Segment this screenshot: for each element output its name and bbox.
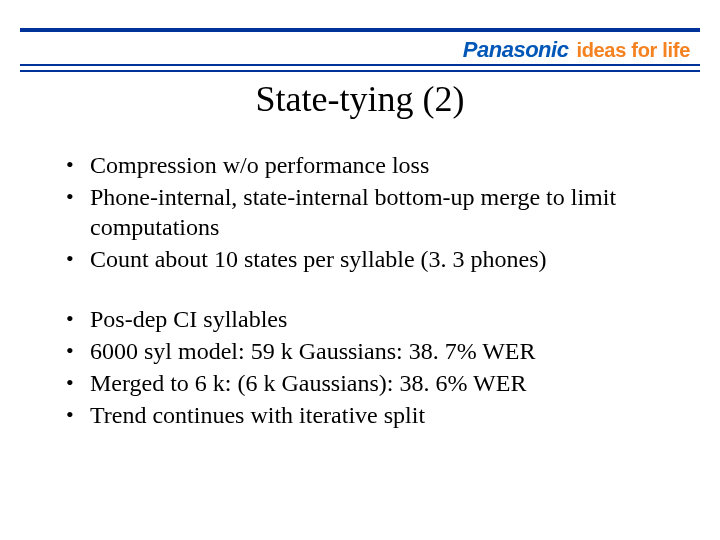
brand-name: Panasonic (463, 37, 569, 63)
bullet-item: 6000 syl model: 59 k Gaussians: 38. 7% W… (62, 336, 680, 366)
bullet-item: Compression w/o performance loss (62, 150, 680, 180)
bullet-item: Phone-internal, state-internal bottom-up… (62, 182, 680, 242)
brand-logo: Panasonic ideas for life (463, 37, 690, 63)
bullet-group-2: Pos-dep CI syllables 6000 syl model: 59 … (62, 304, 680, 430)
bullet-item: Pos-dep CI syllables (62, 304, 680, 334)
bullet-item: Trend continues with iterative split (62, 400, 680, 430)
header-rule-mid (20, 64, 700, 66)
header-rule-top (20, 28, 700, 32)
slide-title: State-tying (2) (0, 78, 720, 120)
spacer (62, 276, 680, 304)
bullet-item: Merged to 6 k: (6 k Gaussians): 38. 6% W… (62, 368, 680, 398)
bullet-item: Count about 10 states per syllable (3. 3… (62, 244, 680, 274)
bullet-group-1: Compression w/o performance loss Phone-i… (62, 150, 680, 274)
slide: Panasonic ideas for life State-tying (2)… (0, 0, 720, 540)
header-rule-bottom (20, 70, 700, 72)
brand-tagline: ideas for life (576, 39, 690, 62)
slide-content: Compression w/o performance loss Phone-i… (62, 150, 680, 432)
